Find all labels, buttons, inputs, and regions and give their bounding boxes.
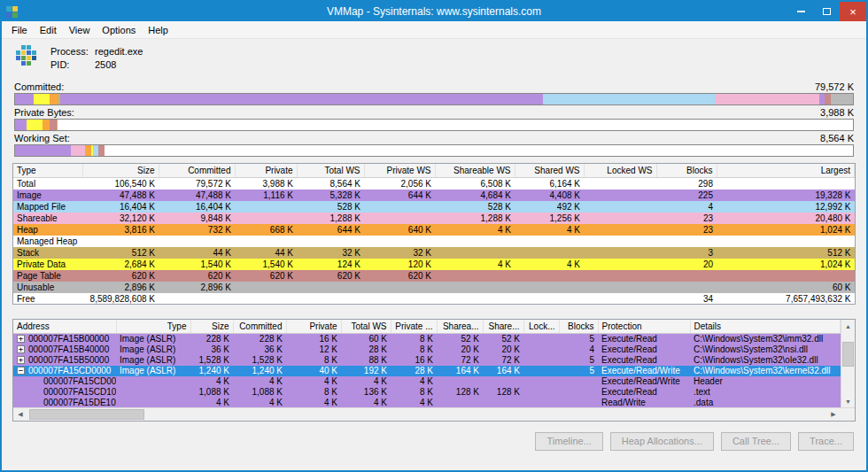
detail-row-4[interactable]: 000007FA15CD00004 K4 K4 K4 K4 KExecute/R… [13, 376, 841, 387]
shared-ws-cell [515, 293, 584, 305]
type-cell [116, 387, 190, 398]
summary-col-type[interactable]: Type [13, 164, 82, 177]
maximize-button[interactable] [814, 2, 840, 21]
private-cell: 668 K [235, 224, 297, 236]
summary-col-size[interactable]: Size [82, 164, 159, 177]
menu-item-options[interactable]: Options [96, 22, 142, 38]
detail-col-size[interactable]: Size [190, 320, 233, 333]
summary-row-managed_heap[interactable]: Managed Heap [13, 236, 855, 247]
minimize-button[interactable] [788, 2, 814, 21]
type-cell: Image [13, 190, 82, 201]
shared-ws-cell [515, 282, 584, 293]
detail-col-committed[interactable]: Committed [233, 320, 286, 333]
detail-col-total-ws[interactable]: Total WS [341, 320, 391, 333]
detail-row-3[interactable]: −000007FA15CD0000Image (ASLR)1,240 K1,24… [13, 366, 841, 376]
detail-col-share[interactable]: Share... [483, 320, 523, 333]
private-ws-cell: 640 K [364, 224, 435, 236]
committed-segment-private_data [34, 94, 50, 104]
titlebar[interactable]: VMMap - Sysinternals: www.sysinternals.c… [2, 2, 866, 21]
protection-cell: Execute/Read [598, 344, 690, 355]
summary-row-mapped_file[interactable]: Mapped File16,404 K16,404 K528 K528 K492… [13, 201, 855, 213]
detail-col-blocks[interactable]: Blocks [559, 320, 598, 333]
address-value: 000007FA15CD1000 [43, 387, 116, 397]
menu-item-view[interactable]: View [63, 22, 97, 38]
private-cell: 8 K [286, 355, 341, 366]
detail-col-sharea[interactable]: Sharea... [437, 320, 483, 333]
summary-col-shared-ws[interactable]: Shared WS [515, 164, 584, 177]
detail-col-address[interactable]: Address [13, 320, 116, 333]
type-cell: Heap [13, 224, 82, 236]
detail-col-details[interactable]: Details [690, 320, 841, 333]
summary-col-private[interactable]: Private [235, 164, 297, 177]
detail-horizontal-scrollbar[interactable]: ◀ ▶ [13, 407, 855, 421]
expand-icon[interactable]: + [17, 335, 25, 343]
summary-col-blocks[interactable]: Blocks [656, 164, 717, 177]
largest-cell: 7,657,493,632 K [717, 293, 855, 305]
summary-row-image[interactable]: Image47,488 K47,488 K1,116 K5,328 K644 K… [13, 190, 855, 201]
detail-row-0[interactable]: +000007FA15B00000Image (ASLR)228 K228 K1… [13, 333, 841, 344]
detail-col-private[interactable]: Private [286, 320, 341, 333]
scroll-down-icon[interactable]: ▼ [841, 395, 855, 407]
working-set-label: Working Set: [14, 133, 70, 144]
summary-row-heap[interactable]: Heap3,816 K732 K668 K644 K640 K4 K4 K231… [13, 224, 855, 236]
close-button[interactable]: × [840, 2, 866, 21]
total-ws-cell: 136 K [341, 387, 391, 398]
summary-row-private_data[interactable]: Private Data2,684 K1,540 K1,540 K124 K12… [13, 259, 855, 270]
detail-row-1[interactable]: +000007FA15B40000Image (ASLR)36 K36 K12 … [13, 344, 841, 355]
sharea-cell: 52 K [437, 333, 483, 344]
shareable-ws-cell: 528 K [435, 201, 515, 213]
detail-col-type[interactable]: Type [116, 320, 190, 333]
summary-col-largest[interactable]: Largest [717, 164, 855, 177]
timeline-button[interactable]: Timeline... [535, 432, 602, 451]
locked-ws-cell [584, 201, 656, 213]
menu-item-edit[interactable]: Edit [34, 22, 63, 38]
size-cell: 16,404 K [82, 201, 159, 213]
size-cell: 620 K [82, 270, 159, 282]
memory-bars: Committed:79,572 KPrivate Bytes:3,988 KW… [2, 80, 866, 159]
vmmap-window: VMMap - Sysinternals: www.sysinternals.c… [0, 0, 868, 472]
expand-icon[interactable]: + [17, 356, 25, 364]
blocks-cell: 23 [656, 213, 717, 224]
details-cell: C:\Windows\System32\kernel32.dll [690, 366, 841, 376]
summary-row-page_table[interactable]: Page Table620 K620 K620 K620 K620 K [13, 270, 855, 282]
menu-item-help[interactable]: Help [142, 22, 174, 38]
summary-col-total-ws[interactable]: Total WS [297, 164, 364, 177]
summary-row-shareable[interactable]: Shareable32,120 K9,848 K1,288 K1,288 K1,… [13, 213, 855, 224]
call-tree-button[interactable]: Call Tree... [721, 432, 791, 451]
vertical-scroll-track[interactable] [841, 332, 855, 395]
summary-row-total[interactable]: Total106,540 K79,572 K3,988 K8,564 K2,05… [13, 177, 855, 190]
summary-col-locked-ws[interactable]: Locked WS [584, 164, 656, 177]
locked-ws-cell [584, 224, 656, 236]
menu-item-file[interactable]: File [5, 22, 34, 38]
detail-row-5[interactable]: 000007FA15CD10001,088 K1,088 K8 K136 K8 … [13, 387, 841, 398]
scroll-right-icon[interactable]: ▶ [826, 408, 841, 421]
trace-button[interactable]: Trace... [798, 432, 854, 451]
heap-allocations-button[interactable]: Heap Allocations... [610, 432, 714, 451]
summary-col-committed[interactable]: Committed [159, 164, 235, 177]
blocks-cell: 20 [656, 259, 717, 270]
scroll-left-icon[interactable]: ◀ [13, 408, 27, 421]
detail-col-private[interactable]: Private ... [391, 320, 437, 333]
shareable-ws-cell: 4 K [435, 259, 515, 270]
summary-row-free[interactable]: Free8,589,828,608 K347,657,493,632 K [13, 293, 855, 305]
detail-vertical-scrollbar[interactable]: ▲ ▼ [841, 320, 855, 407]
summary-row-unusable[interactable]: Unusable2,896 K2,896 K60 K [13, 282, 855, 293]
summary-col-shareable-ws[interactable]: Shareable WS [435, 164, 515, 177]
lock-cell [523, 398, 559, 408]
summary-row-stack[interactable]: Stack512 K44 K44 K32 K32 K3512 K [13, 247, 855, 259]
horizontal-scroll-thumb[interactable] [29, 409, 144, 420]
address-value: 000007FA15CD0000 [43, 376, 116, 386]
horizontal-scroll-track[interactable] [27, 408, 826, 421]
collapse-icon[interactable]: − [17, 367, 25, 375]
locked-ws-cell [584, 270, 656, 282]
blocks-cell [656, 236, 717, 247]
summary-col-private-ws[interactable]: Private WS [364, 164, 435, 177]
scroll-up-icon[interactable]: ▲ [841, 320, 855, 332]
detail-col-protection[interactable]: Protection [598, 320, 690, 333]
vertical-scroll-thumb[interactable] [842, 342, 854, 367]
detail-row-6[interactable]: 000007FA15DE10004 K4 K4 K4 K4 KRead/Writ… [13, 398, 841, 408]
private-bytes-value: 3,988 K [820, 107, 854, 119]
detail-col-lock[interactable]: Lock... [523, 320, 559, 333]
expand-icon[interactable]: + [17, 345, 25, 353]
detail-row-2[interactable]: +000007FA15B50000Image (ASLR)1,528 K1,52… [13, 355, 841, 366]
